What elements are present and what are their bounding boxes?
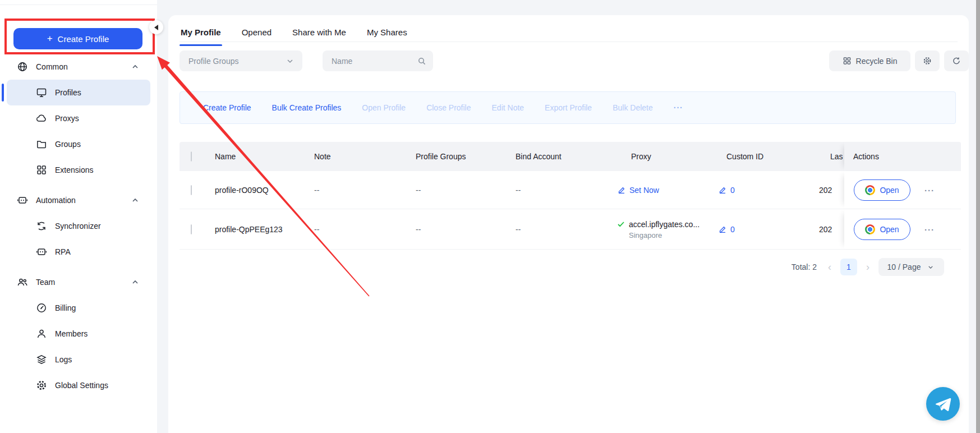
sidebar-item-groups[interactable]: Groups <box>7 131 150 157</box>
row-more-button[interactable]: ··· <box>924 224 935 234</box>
section-label: Team <box>36 278 55 287</box>
chevron-down-icon <box>926 264 935 271</box>
profile-groups-select[interactable]: Profile Groups <box>180 50 302 71</box>
chevron-down-icon <box>286 57 295 66</box>
action-bulk-create-profiles[interactable]: Bulk Create Profiles <box>272 103 342 112</box>
sidebar-item-label: Profiles <box>55 88 81 97</box>
refresh-button[interactable] <box>944 50 969 71</box>
sidebar-item-proxys[interactable]: Proxys <box>7 105 150 131</box>
sidebar-item-rpa[interactable]: RPA <box>7 239 150 265</box>
action-close-profile[interactable]: Close Profile <box>426 103 471 112</box>
cloud-icon <box>36 113 47 124</box>
recycle-bin-button[interactable]: Recycle Bin <box>829 50 910 71</box>
sidebar-item-global-settings[interactable]: Global Settings <box>7 372 150 398</box>
table-header: Name Note Profile Groups Bind Account Pr… <box>180 142 961 171</box>
row-checkbox[interactable] <box>191 185 192 195</box>
sidebar-collapse-button[interactable] <box>149 20 163 34</box>
chevron-up-icon <box>131 63 139 71</box>
column-header-profile-groups: Profile Groups <box>416 152 466 161</box>
telegram-plane-icon <box>934 395 952 413</box>
action-open-profile[interactable]: Open Profile <box>362 103 406 112</box>
page-number-1[interactable]: 1 <box>840 259 857 275</box>
sidebar-item-members[interactable]: Members <box>7 321 150 347</box>
open-label: Open <box>880 186 899 195</box>
next-page-button[interactable]: › <box>865 262 871 272</box>
gear-icon <box>36 380 47 391</box>
tab-bar: My Profile Opened Share with Me My Share… <box>180 23 408 46</box>
sidebar-section-common[interactable]: Common <box>7 54 150 80</box>
tab-opened[interactable]: Opened <box>241 23 273 46</box>
note-value: -- <box>314 186 319 195</box>
action-create-profile[interactable]: Create Profile <box>203 103 251 112</box>
sidebar-item-profiles[interactable]: Profiles <box>7 80 150 105</box>
sidebar-menu: Common Profiles Proxys <box>0 49 157 398</box>
sidebar-item-label: Groups <box>55 140 81 149</box>
column-header-last: Las <box>830 152 843 161</box>
sidebar-section-team[interactable]: Team <box>7 269 150 295</box>
monitor-icon <box>36 87 47 98</box>
vertical-scrollbar[interactable] <box>976 0 980 433</box>
layers-icon <box>36 354 47 365</box>
tab-my-shares[interactable]: My Shares <box>366 23 408 46</box>
action-export-profile[interactable]: Export Profile <box>545 103 592 112</box>
actions-header-sticky: Actions <box>844 142 961 171</box>
sidebar-item-label: Global Settings <box>55 381 108 390</box>
sidebar-item-label: Members <box>55 329 88 338</box>
column-header-actions: Actions <box>853 152 879 161</box>
profile-groups-placeholder: Profile Groups <box>188 57 286 66</box>
create-profile-button[interactable]: + Create Profile <box>13 28 142 49</box>
row-more-button[interactable]: ··· <box>924 185 935 195</box>
robot-icon <box>17 195 28 206</box>
person-icon <box>36 328 47 339</box>
section-label: Common <box>36 62 68 71</box>
row-checkbox[interactable] <box>191 224 192 234</box>
pencil-icon <box>718 186 727 194</box>
settings-button[interactable] <box>915 50 940 71</box>
name-search-box <box>323 50 433 71</box>
robot-icon <box>36 246 47 257</box>
grid-icon <box>36 164 47 176</box>
name-search-input[interactable] <box>332 57 417 66</box>
table-row: profile-QpPEEg123 -- -- -- accel.ipflyga… <box>180 209 961 250</box>
page-size-select[interactable]: 10 / Page <box>878 258 944 276</box>
action-bulk-delete[interactable]: Bulk Delete <box>613 103 653 112</box>
action-more[interactable]: ··· <box>674 103 683 112</box>
sidebar-item-synchronizer[interactable]: Synchronizer <box>7 213 150 239</box>
proxy-set-now-link[interactable]: Set Now <box>617 186 659 195</box>
refresh-icon <box>952 56 961 66</box>
pencil-icon <box>718 225 727 233</box>
custom-id-edit[interactable]: 0 <box>718 225 735 234</box>
tab-my-profile[interactable]: My Profile <box>180 23 222 46</box>
create-profile-label: Create Profile <box>58 34 109 44</box>
team-icon <box>17 277 28 288</box>
sidebar-item-logs[interactable]: Logs <box>7 347 150 372</box>
bind-account-value: -- <box>516 225 521 234</box>
check-icon <box>617 220 625 228</box>
section-label: Automation <box>36 196 76 205</box>
chrome-icon <box>865 224 875 234</box>
chrome-icon <box>865 185 875 195</box>
sidebar-item-billing[interactable]: Billing <box>7 295 150 321</box>
action-edit-note[interactable]: Edit Note <box>492 103 524 112</box>
sidebar-item-extensions[interactable]: Extensions <box>7 157 150 183</box>
last-open-time: 202 <box>819 186 845 195</box>
search-icon <box>417 57 426 66</box>
plus-icon: + <box>47 33 53 44</box>
bulk-action-bar: Create Profile Bulk Create Profiles Open… <box>180 91 956 124</box>
gear-icon <box>923 56 932 66</box>
open-profile-button[interactable]: Open <box>854 179 910 201</box>
custom-id-value: 0 <box>730 186 735 195</box>
chevron-up-icon <box>131 196 139 204</box>
custom-id-edit[interactable]: 0 <box>718 186 735 195</box>
tab-share-with-me[interactable]: Share with Me <box>291 23 347 46</box>
open-profile-button[interactable]: Open <box>854 219 910 240</box>
last-open-time: 202 <box>819 225 845 234</box>
proxy-info: accel.ipflygates.co... Singapore <box>617 219 700 239</box>
telegram-button[interactable] <box>926 387 960 421</box>
pencil-icon <box>617 186 626 194</box>
prev-page-button[interactable]: ‹ <box>827 262 832 272</box>
globe-icon <box>17 61 28 72</box>
sidebar-item-label: Extensions <box>55 165 93 174</box>
select-all-checkbox[interactable] <box>191 151 192 162</box>
sidebar-section-automation[interactable]: Automation <box>7 187 150 213</box>
